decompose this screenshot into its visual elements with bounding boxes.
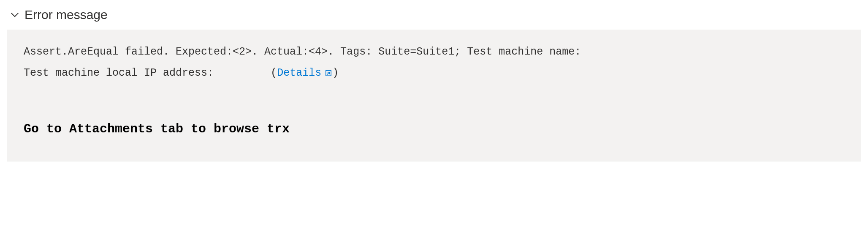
paren-close: ) [332, 67, 339, 79]
paren-open: ( [271, 67, 277, 79]
attachments-hint: Go to Attachments tab to browse trx [24, 122, 844, 136]
details-link[interactable]: Details [277, 63, 332, 84]
section-title: Error message [24, 8, 108, 22]
error-message-text: Assert.AreEqual failed. Expected:<2>. Ac… [24, 41, 844, 84]
error-message-panel: Assert.AreEqual failed. Expected:<2>. Ac… [7, 30, 861, 162]
error-line-1: Assert.AreEqual failed. Expected:<2>. Ac… [24, 46, 581, 58]
error-message-section-header[interactable]: Error message [0, 0, 868, 30]
chevron-down-icon [10, 10, 19, 19]
external-link-icon [325, 69, 332, 77]
error-line-2-prefix: Test machine local IP address: [24, 67, 271, 79]
details-link-label: Details [277, 63, 321, 84]
svg-line-1 [327, 72, 330, 75]
